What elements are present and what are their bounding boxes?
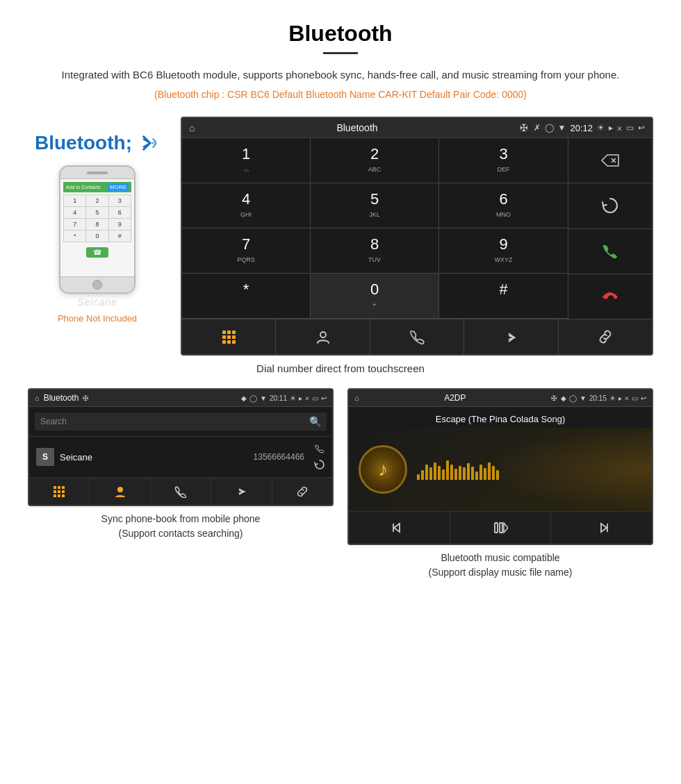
phone-icon (409, 329, 425, 344)
svg-rect-19 (58, 490, 60, 493)
dial-key-9[interactable]: 9 WXYZ (439, 228, 568, 274)
album-art: ♪ (359, 445, 407, 494)
dial-key-8[interactable]: 8 TUV (311, 228, 439, 274)
redial-button[interactable] (568, 183, 652, 228)
pb-title: Bluetooth (44, 393, 79, 403)
eq-bar (429, 467, 432, 480)
pb-win-icon: ▭ (312, 394, 318, 402)
link-tab[interactable] (559, 319, 652, 354)
music-loc-icon: ◯ (569, 394, 577, 402)
call-icon (601, 242, 619, 260)
svg-rect-16 (58, 486, 60, 489)
music-screen-block: ⌂ A2DP ✠ ◆ ◯ ▼ 20:15 ☀ ▸ ⨉ ▭ ↩ (347, 388, 653, 580)
bottom-screens: ⌂ Bluetooth ✠ ◆ ◯ ▼ 20:11 ☀ ▸ ⨉ ▭ ↩ (28, 388, 653, 580)
prev-button[interactable] (349, 512, 450, 544)
svg-rect-23 (62, 494, 65, 497)
redial-icon (601, 197, 619, 215)
dial-key-2[interactable]: 2 ABC (311, 138, 439, 183)
dial-key-1[interactable]: 1 ⌓ (182, 138, 311, 183)
contacts-icon (315, 329, 331, 344)
pb-person-icon (114, 485, 126, 498)
eq-bar (479, 465, 482, 480)
play-pause-icon (493, 520, 508, 535)
music-signal-icon: ▼ (580, 394, 586, 402)
dial-key-hash[interactable]: # (439, 274, 568, 319)
status-time: 20:12 (570, 123, 593, 133)
page-container: Bluetooth Integrated with BC6 Bluetooth … (0, 0, 681, 610)
call-button[interactable] (568, 229, 652, 274)
eq-bar (492, 466, 495, 480)
pb-loc-icon: ◯ (249, 394, 257, 402)
spec-line: (Bluetooth chip : CSR BC6 Default Blueto… (28, 89, 653, 100)
music-x-icon: ⨉ (625, 394, 629, 402)
watermark: Seicane (77, 297, 117, 308)
pb-status-bar: ⌂ Bluetooth ✠ ◆ ◯ ▼ 20:11 ☀ ▸ ⨉ ▭ ↩ (29, 390, 332, 407)
dial-pad-area: 1 ⌓ 2 ABC 3 DEF 4 GHI (182, 138, 652, 319)
play-pause-button[interactable] (450, 512, 552, 544)
dial-key-3[interactable]: 3 DEF (439, 138, 568, 183)
eq-bar (475, 472, 478, 480)
next-button[interactable] (551, 512, 652, 544)
phonebook-screen-block: ⌂ Bluetooth ✠ ◆ ◯ ▼ 20:11 ☀ ▸ ⨉ ▭ ↩ (28, 388, 334, 580)
end-call-button[interactable] (568, 274, 652, 319)
phone-screen: Add to Contacts MORE 1 2 3 4 5 6 7 8 9 * (60, 179, 134, 276)
pb-contact-row[interactable]: S Seicane 13566664466 (29, 437, 332, 478)
music-controls (349, 511, 652, 544)
dial-key-5[interactable]: 5 JKL (311, 183, 439, 228)
eq-bar (488, 462, 491, 480)
pb-sync-row-icon (314, 459, 325, 470)
svg-marker-30 (601, 524, 607, 532)
svg-rect-15 (54, 486, 56, 489)
search-icon: 🔍 (309, 416, 321, 427)
dial-side (568, 138, 652, 319)
main-screen-wrapper: Bluetooth; (28, 117, 653, 356)
pb-contacts-btn[interactable] (90, 478, 150, 505)
pb-calls-btn[interactable] (151, 478, 211, 505)
music-status-bar: ⌂ A2DP ✠ ◆ ◯ ▼ 20:15 ☀ ▸ ⨉ ▭ ↩ (349, 390, 652, 407)
svg-rect-20 (62, 490, 65, 493)
dial-key-4[interactable]: 4 GHI (182, 183, 311, 228)
window-icon: ▭ (626, 123, 634, 133)
calls-tab[interactable] (370, 319, 464, 354)
dial-key-0[interactable]: 0 + (311, 274, 439, 319)
phone-top-bar (60, 167, 134, 179)
eq-bars (417, 459, 642, 480)
car-status-bar: ⌂ Bluetooth ✠ ✗ ◯ ▼ 20:12 ☀ ▸ ⨉ ▭ ↩ (182, 118, 652, 138)
pb-dialpad-btn[interactable] (29, 478, 90, 505)
next-icon (594, 520, 609, 535)
phone-aside: Bluetooth; (28, 117, 167, 324)
pb-status-right: ◆ ◯ ▼ 20:11 ☀ ▸ ⨉ ▭ ↩ (241, 394, 327, 402)
backspace-icon (600, 153, 620, 167)
dial-key-6[interactable]: 6 MNO (439, 183, 568, 228)
contact-name: Seicane (60, 452, 248, 462)
status-icons-right: ✗ ◯ ▼ 20:12 ☀ ▸ ⨉ ▭ ↩ (534, 123, 645, 133)
eq-bar (467, 463, 470, 480)
phone-not-included-label: Phone Not Included (58, 313, 137, 324)
backspace-button[interactable] (568, 138, 652, 183)
music-app-title: A2DP (444, 393, 466, 403)
svg-rect-10 (222, 340, 226, 344)
phone-call-row: ☎ (63, 242, 131, 260)
phone-screen-header: Add to Contacts MORE (63, 182, 131, 192)
music-screen: ⌂ A2DP ✠ ◆ ◯ ▼ 20:15 ☀ ▸ ⨉ ▭ ↩ (347, 388, 653, 545)
svg-marker-29 (504, 523, 508, 533)
music-vol-icon: ▸ (618, 394, 622, 402)
dialpad-tab[interactable] (182, 319, 276, 354)
pb-cam-icon: ☀ (290, 394, 296, 402)
bluetooth-tab[interactable] (464, 319, 558, 354)
svg-rect-9 (232, 335, 236, 339)
pb-search-box[interactable]: Search 🔍 (35, 412, 327, 431)
pb-call-row-icon (314, 444, 325, 455)
svg-rect-4 (222, 331, 226, 334)
pb-bluetooth-btn[interactable] (211, 478, 272, 505)
contacts-tab[interactable] (276, 319, 370, 354)
title-divider (323, 52, 358, 54)
pb-link-btn[interactable] (272, 478, 332, 505)
eq-bar (446, 460, 449, 480)
dial-key-star[interactable]: * (182, 274, 311, 319)
dial-key-7[interactable]: 7 PQRS (182, 228, 311, 274)
bluetooth-icon: Bluetooth; (35, 132, 132, 154)
music-info (417, 459, 642, 480)
svg-rect-11 (227, 340, 231, 344)
eq-bar (425, 465, 428, 480)
